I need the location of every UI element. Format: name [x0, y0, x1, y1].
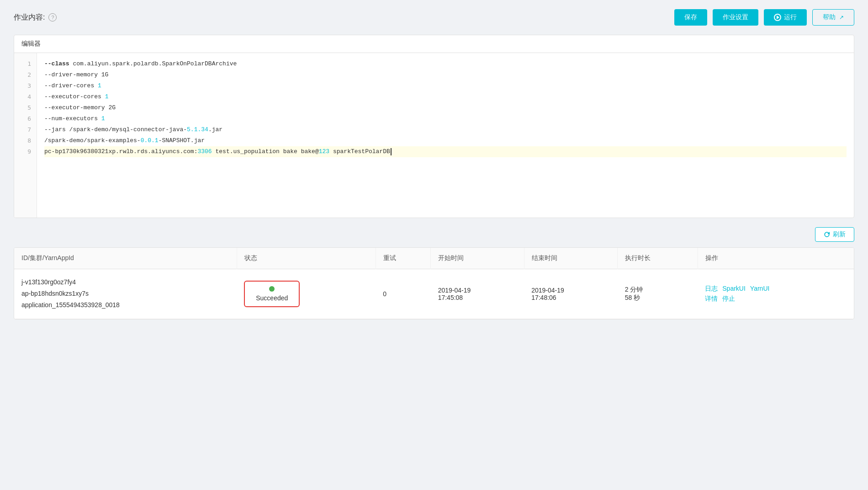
- cell-duration: 2 分钟 58 秒: [618, 269, 698, 319]
- line-num-3: 3: [14, 80, 37, 91]
- editor-label: 编辑器: [21, 40, 41, 47]
- sparkui-link[interactable]: SparkUI: [722, 285, 746, 293]
- code-line-8: /spark-demo/spark-examples-0.0.1-SNAPSHO…: [44, 135, 847, 146]
- settings-button[interactable]: 作业设置: [713, 9, 758, 26]
- cell-actions: 日志 SparkUI YarnUI 详情 停止: [698, 269, 854, 319]
- cell-id: j-v13f130rg0oz7fy4 ap-bp18hdsn0kzs1xy7s …: [14, 269, 237, 319]
- cursor-caret: [391, 148, 392, 155]
- code-line-empty-3: [44, 179, 847, 190]
- header: 作业内容: ? 保存 作业设置 运行 帮助 ↗: [14, 9, 854, 26]
- line-num-9: 9: [14, 146, 37, 157]
- line-num-7: 7: [14, 124, 37, 135]
- code-line-empty-5: [44, 201, 847, 212]
- run-button[interactable]: 运行: [764, 9, 807, 26]
- end-time-line2: 17:48:06: [531, 294, 556, 301]
- line-numbers: 1 2 3 4 5 6 7 8 9: [14, 53, 37, 218]
- code-line-3: --driver-cores 1: [44, 80, 847, 91]
- code-line-7: --jars /spark-demo/mysql-connector-java-…: [44, 124, 847, 135]
- page-title: 作业内容:: [14, 13, 45, 22]
- code-line-1: --class com.aliyun.spark.polardb.SparkOn…: [44, 59, 847, 69]
- id-line-1: j-v13f130rg0oz7fy4: [21, 277, 229, 288]
- code-line-9: pc-bp1730k96380321xp.rwlb.rds.aliyuncs.c…: [44, 146, 847, 157]
- editor-header: 编辑器: [14, 35, 854, 53]
- code-line-4: --executor-cores 1: [44, 91, 847, 102]
- action-row-2: 详情 停止: [705, 295, 847, 303]
- col-header-duration: 执行时长: [618, 248, 698, 269]
- cell-status: Succeeded: [237, 269, 376, 319]
- col-header-end: 结束时间: [524, 248, 618, 269]
- header-right: 保存 作业设置 运行 帮助 ↗: [674, 9, 854, 26]
- yarnui-link[interactable]: YarnUI: [750, 285, 770, 293]
- action-row-1: 日志 SparkUI YarnUI: [705, 285, 847, 293]
- col-header-start: 开始时间: [431, 248, 524, 269]
- end-time-line1: 2019-04-19: [531, 287, 564, 294]
- id-line-3: application_1555494353928_0018: [21, 299, 229, 311]
- status-dot-green: [269, 286, 275, 292]
- editor-body: 1 2 3 4 5 6 7 8 9 --class com.aliyun.spa…: [14, 53, 854, 218]
- line-num-4: 4: [14, 91, 37, 102]
- line-num-5: 5: [14, 102, 37, 113]
- external-link-icon: ↗: [839, 14, 844, 21]
- id-line-2: ap-bp18hdsn0kzs1xy7s: [21, 288, 229, 299]
- col-header-id: ID/集群/YarnAppId: [14, 248, 237, 269]
- duration-line1: 2 分钟: [625, 286, 643, 293]
- help-button[interactable]: 帮助 ↗: [812, 9, 854, 26]
- refresh-icon: [824, 231, 830, 238]
- runs-table: ID/集群/YarnAppId 状态 重试 开始时间 结束时间 执行时长 操作: [14, 248, 854, 319]
- line-num-1: 1: [14, 59, 37, 69]
- code-line-empty-1: [44, 157, 847, 168]
- duration-line2: 58 秒: [625, 294, 640, 301]
- action-links: 日志 SparkUI YarnUI 详情 停止: [705, 285, 847, 303]
- table-row: j-v13f130rg0oz7fy4 ap-bp18hdsn0kzs1xy7s …: [14, 269, 854, 319]
- page-wrapper: 作业内容: ? 保存 作业设置 运行 帮助 ↗ 编辑器 1 2: [0, 0, 868, 490]
- code-line-2: --driver-memory 1G: [44, 69, 847, 80]
- start-time-line1: 2019-04-19: [438, 287, 471, 294]
- code-line-empty-2: [44, 168, 847, 179]
- code-line-5: --executor-memory 2G: [44, 102, 847, 113]
- editor-panel: 编辑器 1 2 3 4 5 6 7 8 9 --class com.aliyun…: [14, 35, 854, 218]
- start-time-line2: 17:45:08: [438, 294, 463, 301]
- cell-start-time: 2019-04-19 17:45:08: [431, 269, 524, 319]
- col-header-status: 状态: [237, 248, 376, 269]
- stop-link[interactable]: 停止: [722, 295, 735, 303]
- save-button[interactable]: 保存: [674, 9, 707, 26]
- col-header-actions: 操作: [698, 248, 854, 269]
- table-header-row: ID/集群/YarnAppId 状态 重试 开始时间 结束时间 执行时长 操作: [14, 248, 854, 269]
- details-link[interactable]: 详情: [705, 295, 718, 303]
- cell-end-time: 2019-04-19 17:48:06: [524, 269, 618, 319]
- code-line-empty-4: [44, 190, 847, 201]
- status-label: Succeeded: [256, 294, 288, 302]
- play-triangle: [777, 16, 779, 19]
- col-header-retry: 重试: [376, 248, 430, 269]
- header-left: 作业内容: ?: [14, 13, 57, 22]
- line-num-6: 6: [14, 113, 37, 124]
- line-num-2: 2: [14, 69, 37, 80]
- log-link[interactable]: 日志: [705, 285, 718, 293]
- code-area[interactable]: --class com.aliyun.spark.polardb.SparkOn…: [37, 53, 854, 218]
- id-cell-content: j-v13f130rg0oz7fy4 ap-bp18hdsn0kzs1xy7s …: [21, 277, 229, 311]
- refresh-bar: 刷新: [14, 227, 854, 242]
- refresh-button[interactable]: 刷新: [815, 227, 854, 242]
- line-num-8: 8: [14, 135, 37, 146]
- code-line-6: --num-executors 1: [44, 113, 847, 124]
- table-wrapper: ID/集群/YarnAppId 状态 重试 开始时间 结束时间 执行时长 操作: [14, 247, 854, 320]
- play-icon: [774, 14, 781, 21]
- status-box: Succeeded: [244, 281, 300, 307]
- cell-retries: 0: [376, 269, 430, 319]
- help-circle-icon[interactable]: ?: [48, 13, 57, 21]
